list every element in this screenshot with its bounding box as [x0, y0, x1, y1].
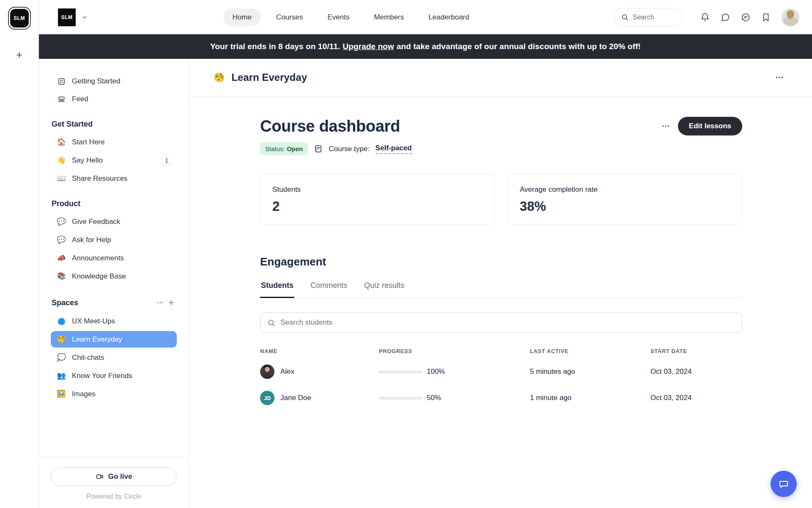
nav-item-leaderboard[interactable]: Leaderboard: [419, 8, 478, 26]
column-start-date: START DATE: [650, 348, 742, 354]
progress-bar: [379, 397, 422, 400]
progress-bar: [379, 370, 422, 373]
section-title-get-started: Get Started: [52, 120, 177, 129]
support-chat-fab[interactable]: [771, 471, 797, 497]
nav-item-members[interactable]: Members: [365, 8, 413, 26]
sidebar-item-feed[interactable]: Feed: [51, 91, 177, 107]
sidebar-footer: Go live Powered by Circle: [39, 457, 189, 508]
activity-inbox-icon[interactable]: [738, 9, 754, 25]
checklist-icon: [57, 77, 66, 86]
progress-value: 100%: [427, 367, 445, 376]
powered-by-circle: Powered by Circle: [51, 493, 177, 500]
course-type-label: Course type:: [329, 145, 369, 153]
user-avatar[interactable]: [782, 8, 799, 26]
community-rail: SLM +: [0, 0, 39, 508]
community-logo[interactable]: SLM: [10, 9, 29, 28]
blue-circle-emoji-icon: [57, 318, 66, 325]
unread-count-badge: 1: [161, 156, 173, 165]
stat-value: 38%: [520, 199, 730, 214]
search-input[interactable]: [633, 14, 671, 21]
engagement-tabs: Students Comments Quiz results: [260, 281, 742, 298]
space-header: 🧐 Learn Everyday: [189, 59, 812, 97]
sidebar-item-ux-meet-ups[interactable]: UX Meet-Ups: [51, 313, 177, 329]
sidebar-item-chit-chats[interactable]: 💭 Chit-chats: [51, 349, 177, 366]
spaces-more-icon[interactable]: [155, 297, 166, 308]
books-emoji-icon: 📚: [57, 272, 66, 281]
primary-navigation: Home Courses Events Members Leaderboard: [88, 8, 614, 26]
sidebar-item-say-hello[interactable]: 👋 Say Hello 1: [51, 152, 177, 168]
notifications-bell-icon[interactable]: [697, 9, 713, 25]
sidebar-item-ask-for-help[interactable]: 💬 Ask for Help: [51, 232, 177, 248]
sidebar-item-know-your-friends[interactable]: 👥 Know Your Friends: [51, 367, 177, 384]
sidebar-item-label: Know Your Friends: [72, 372, 132, 380]
trial-banner-text-after: and take advantage of our annual discoun…: [397, 42, 641, 51]
edit-lessons-button[interactable]: Edit lessons: [678, 117, 742, 135]
avatar: [260, 364, 274, 379]
section-title-product: Product: [52, 199, 177, 208]
column-name: NAME: [260, 348, 379, 354]
last-active: 5 minutes ago: [530, 367, 650, 376]
section-title-spaces: Spaces: [52, 297, 177, 308]
course-type-value[interactable]: Self-paced: [376, 144, 412, 154]
search-students-input[interactable]: [280, 318, 735, 327]
avatar: JD: [260, 391, 274, 405]
stat-card-completion-rate: Average completion rate 38%: [508, 174, 742, 225]
student-name: Jane Doe: [280, 394, 311, 402]
students-table: NAME PROGRESS LAST ACTIVE START DATE Ale…: [260, 348, 742, 411]
sidebar-item-label: Images: [72, 390, 96, 398]
space-sidebar: Getting Started Feed Get Started 🏠 Start…: [39, 59, 189, 508]
sidebar-item-knowledge-base[interactable]: 📚 Knowledge Base: [51, 268, 177, 284]
sidebar-item-label: UX Meet-Ups: [72, 317, 115, 326]
table-row[interactable]: JD Jane Doe 50% 1 minute ago Oct 03, 202…: [260, 385, 742, 411]
sidebar-item-label: Knowledge Base: [72, 272, 126, 281]
dashboard-more-icon[interactable]: [658, 118, 674, 134]
space-title: Learn Everyday: [231, 72, 307, 83]
sidebar-item-share-resources[interactable]: 📖 Share Resources: [51, 170, 177, 187]
sidebar-item-give-feedback[interactable]: 💬 Give Feedback: [51, 213, 177, 230]
page-title: Course dashboard: [260, 117, 400, 135]
add-community-button[interactable]: +: [16, 49, 22, 60]
sidebar-item-start-here[interactable]: 🏠 Start Here: [51, 134, 177, 150]
sidebar-item-images[interactable]: 🖼️ Images: [51, 386, 177, 402]
sidebar-item-learn-everyday[interactable]: 🧐 Learn Everyday: [51, 331, 177, 348]
stat-value: 2: [272, 199, 483, 214]
sidebar-item-announcements[interactable]: 📣 Announcements: [51, 250, 177, 266]
tab-comments[interactable]: Comments: [310, 281, 348, 298]
chevron-down-icon: [82, 14, 88, 20]
tab-students[interactable]: Students: [260, 281, 294, 298]
house-emoji-icon: 🏠: [57, 138, 66, 146]
progress-value: 50%: [427, 394, 441, 402]
sidebar-item-label: Feed: [72, 95, 88, 103]
trial-banner-text-before: Your trial ends in 8 days on 10/11.: [210, 42, 340, 51]
last-active: 1 minute ago: [530, 394, 650, 402]
add-space-icon[interactable]: [166, 297, 177, 308]
messages-chat-icon[interactable]: [717, 9, 733, 25]
tab-quiz-results[interactable]: Quiz results: [363, 281, 405, 298]
top-actions: [614, 8, 799, 27]
community-switcher[interactable]: SLM: [58, 8, 88, 26]
stat-label: Students: [272, 185, 483, 194]
space-options-more-icon[interactable]: [771, 69, 787, 86]
start-date: Oct 03, 2024: [650, 394, 742, 402]
table-row[interactable]: Alex 100% 5 minutes ago Oct 03, 2024: [260, 359, 742, 385]
table-header: NAME PROGRESS LAST ACTIVE START DATE: [260, 348, 742, 354]
sidebar-item-label: Getting Started: [72, 77, 120, 86]
search-students-field[interactable]: [260, 312, 742, 333]
global-search[interactable]: [614, 8, 683, 27]
notebook-icon: [314, 144, 323, 153]
status-badge: Status: Open: [260, 142, 308, 155]
sidebar-item-label: Ask for Help: [72, 236, 111, 244]
nav-item-courses[interactable]: Courses: [267, 8, 312, 26]
feed-icon: [57, 95, 66, 103]
start-date: Oct 03, 2024: [650, 367, 742, 376]
upgrade-now-link[interactable]: Upgrade now: [343, 42, 394, 51]
nav-item-events[interactable]: Events: [318, 8, 359, 26]
bookmark-icon[interactable]: [758, 9, 774, 25]
brand-logo: SLM: [58, 8, 76, 26]
sidebar-item-getting-started[interactable]: Getting Started: [51, 73, 177, 89]
monocle-face-emoji-icon: 🧐: [57, 335, 66, 344]
nav-item-home[interactable]: Home: [223, 8, 261, 26]
go-live-button[interactable]: Go live: [51, 467, 177, 486]
engagement-title: Engagement: [260, 255, 742, 268]
sidebar-item-label: Give Feedback: [72, 218, 120, 226]
